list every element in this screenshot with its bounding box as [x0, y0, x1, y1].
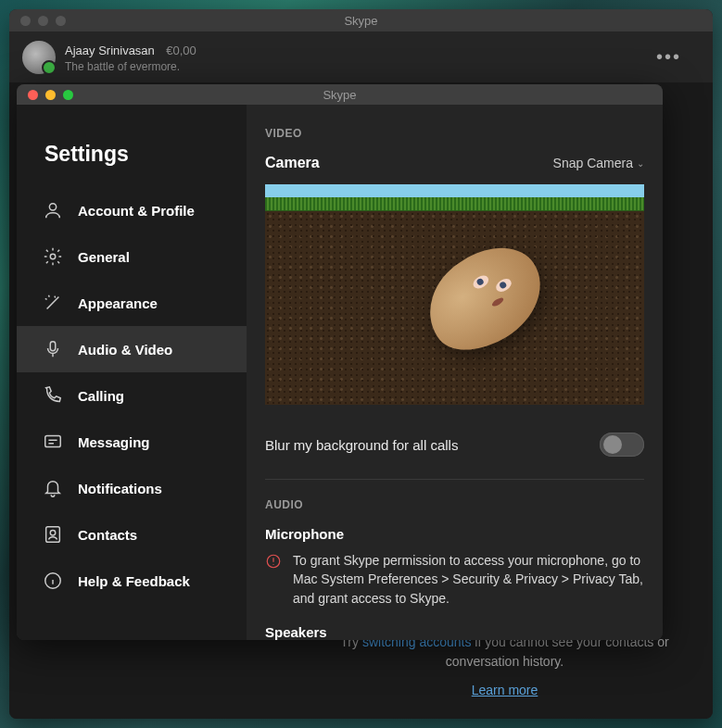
- camera-label: Camera: [265, 155, 320, 171]
- main-traffic-lights: [20, 16, 66, 26]
- preview-eye: [471, 272, 491, 291]
- sidebar-item-account[interactable]: Account & Profile: [17, 187, 247, 233]
- sidebar-item-label: Appearance: [78, 295, 158, 311]
- sidebar-item-help[interactable]: Help & Feedback: [17, 558, 247, 604]
- sidebar-item-notifications[interactable]: Notifications: [17, 465, 247, 511]
- profile-row: Ajaay Srinivasan €0,00 The battle of eve…: [9, 31, 713, 82]
- profile-name: Ajaay Srinivasan: [65, 44, 155, 57]
- sidebar-item-messaging[interactable]: Messaging: [17, 419, 247, 465]
- settings-sidebar: Settings Account & Profile General Appea…: [17, 105, 247, 640]
- settings-body: Settings Account & Profile General Appea…: [17, 105, 663, 640]
- message-icon: [43, 432, 63, 452]
- settings-content: VIDEO Camera Snap Camera ⌄ Blur my backg: [247, 105, 663, 640]
- speakers-label: Speakers: [265, 624, 644, 640]
- hint-text: Try switching accounts if you cannot see…: [9, 633, 685, 700]
- svg-rect-3: [45, 436, 61, 447]
- sidebar-item-label: Messaging: [78, 434, 150, 450]
- sidebar-item-label: Audio & Video: [78, 342, 172, 358]
- blur-toggle[interactable]: [600, 433, 644, 457]
- sidebar-item-label: General: [78, 249, 130, 265]
- avatar[interactable]: [22, 41, 56, 74]
- preview-grass: [265, 197, 644, 210]
- blur-toggle-row: Blur my background for all calls: [265, 427, 644, 480]
- settings-titlebar: Skype: [17, 84, 663, 105]
- blur-label: Blur my background for all calls: [265, 437, 458, 453]
- sidebar-item-label: Notifications: [78, 481, 162, 496]
- svg-rect-2: [50, 342, 56, 351]
- settings-minimize-button[interactable]: [45, 90, 56, 100]
- minimize-button[interactable]: [38, 16, 48, 26]
- learn-more-link[interactable]: Learn more: [324, 681, 685, 700]
- svg-point-0: [49, 204, 56, 210]
- camera-selector[interactable]: Snap Camera ⌄: [553, 156, 644, 170]
- phone-icon: [43, 385, 63, 406]
- profile-info[interactable]: Ajaay Srinivasan €0,00 The battle of eve…: [65, 42, 638, 73]
- contacts-icon: [43, 524, 63, 545]
- sidebar-item-label: Calling: [78, 388, 124, 404]
- close-button[interactable]: [20, 16, 31, 26]
- microphone-warning-row: To grant Skype permission to access your…: [265, 551, 644, 608]
- wand-icon: [43, 293, 63, 313]
- bell-icon: [43, 478, 63, 498]
- camera-row: Camera Snap Camera ⌄: [265, 155, 644, 171]
- sidebar-item-label: Account & Profile: [78, 203, 195, 219]
- microphone-icon: [43, 339, 63, 359]
- settings-window: Skype Settings Account & Profile General…: [17, 84, 663, 640]
- settings-traffic-lights: [28, 90, 73, 100]
- sidebar-item-calling[interactable]: Calling: [17, 372, 247, 419]
- warning-icon: [265, 553, 282, 570]
- maximize-button[interactable]: [56, 16, 66, 26]
- user-icon: [43, 200, 63, 220]
- sidebar-item-label: Help & Feedback: [78, 573, 190, 589]
- info-icon: [43, 571, 63, 591]
- chevron-down-icon: ⌄: [637, 158, 644, 169]
- main-titlebar: Skype: [9, 9, 713, 31]
- svg-point-1: [50, 254, 56, 259]
- settings-title: Skype: [17, 88, 663, 102]
- preview-mouth: [490, 296, 504, 308]
- camera-preview: [265, 184, 644, 405]
- gear-icon: [43, 246, 63, 267]
- microphone-label: Microphone: [265, 526, 644, 542]
- main-title: Skype: [9, 14, 713, 28]
- audio-section-label: AUDIO: [265, 498, 644, 511]
- profile-balance: €0,00: [166, 44, 196, 57]
- sidebar-item-appearance[interactable]: Appearance: [17, 280, 247, 326]
- video-section-label: VIDEO: [265, 127, 644, 140]
- settings-maximize-button[interactable]: [63, 90, 73, 100]
- profile-status: The battle of evermore.: [65, 60, 638, 73]
- preview-eye: [493, 276, 513, 295]
- sidebar-title: Settings: [17, 123, 247, 187]
- sidebar-item-general[interactable]: General: [17, 233, 247, 280]
- svg-point-5: [50, 530, 56, 535]
- more-button[interactable]: •••: [647, 46, 690, 68]
- sidebar-item-audio-video[interactable]: Audio & Video: [17, 326, 247, 372]
- microphone-warning-text: To grant Skype permission to access your…: [293, 551, 644, 608]
- svg-rect-4: [46, 527, 60, 543]
- sidebar-item-label: Contacts: [78, 527, 137, 543]
- settings-close-button[interactable]: [28, 90, 38, 100]
- sidebar-item-contacts[interactable]: Contacts: [17, 511, 247, 558]
- camera-value: Snap Camera: [553, 156, 633, 170]
